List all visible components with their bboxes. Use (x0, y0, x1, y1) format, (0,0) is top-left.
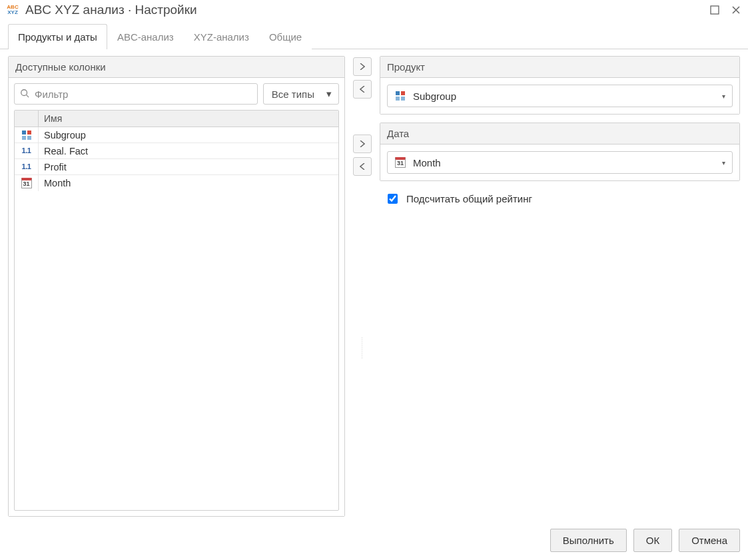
product-value: Subgroup (413, 91, 715, 102)
transfer-buttons (350, 56, 374, 517)
move-left-date-button[interactable] (353, 157, 372, 176)
column-name: Month (39, 178, 338, 188)
column-name: Subgroup (39, 130, 338, 140)
product-select[interactable]: Subgroup ▾ (387, 85, 733, 107)
date-value: Month (413, 157, 715, 168)
close-button[interactable] (731, 5, 741, 15)
type-select[interactable]: Все типы ▾ (263, 83, 339, 105)
tab-abc-analysis[interactable]: ABC-анализ (107, 24, 184, 49)
column-name: Profit (39, 162, 338, 172)
product-panel-header: Продукт (380, 57, 739, 78)
window-title: ABC XYZ анализ · Настройки (25, 3, 709, 17)
table-row[interactable]: 1.1 Real. Fact (15, 143, 338, 159)
table-row[interactable]: 1.1 Profit (15, 159, 338, 175)
right-column: Продукт Subgroup ▾ Дата 31 Month ▾ (380, 56, 740, 517)
filter-input-wrap[interactable] (14, 83, 258, 105)
left-column: Доступные колонки Все типы ▾ (8, 56, 345, 517)
content-area: Доступные колонки Все типы ▾ (0, 49, 748, 523)
move-right-product-button[interactable] (353, 57, 372, 76)
settings-window: ABCXYZ ABC XYZ анализ · Настройки Продук… (0, 0, 748, 560)
table-row[interactable]: Subgroup (15, 127, 338, 143)
tab-bar: Продукты и даты ABC-анализ XYZ-анализ Об… (0, 23, 748, 49)
calendar-icon: 31 (15, 175, 39, 191)
dialog-footer: Выполнить ОК Отмена (0, 523, 748, 560)
svg-line-2 (27, 95, 29, 97)
category-icon (15, 127, 39, 142)
tab-products-dates[interactable]: Продукты и даты (8, 24, 107, 49)
columns-table-name-header: Имя (39, 111, 338, 127)
overall-rating-label: Подсчитать общий рейтинг (406, 193, 532, 204)
filter-row: Все типы ▾ (9, 78, 344, 110)
ok-button[interactable]: ОК (633, 529, 672, 552)
window-controls (709, 5, 741, 15)
calendar-icon: 31 (394, 156, 406, 168)
caret-down-icon: ▾ (722, 93, 725, 100)
available-columns-header: Доступные колонки (9, 57, 344, 78)
overall-rating-checkbox[interactable] (388, 194, 398, 204)
date-panel: Дата 31 Month ▾ (380, 123, 740, 181)
run-button[interactable]: Выполнить (550, 529, 627, 552)
table-row[interactable]: 31 Month (15, 175, 338, 191)
tab-xyz-analysis[interactable]: XYZ-анализ (184, 24, 259, 49)
titlebar: ABCXYZ ABC XYZ анализ · Настройки (0, 0, 748, 24)
caret-down-icon: ▾ (722, 159, 725, 166)
column-name: Real. Fact (39, 146, 338, 156)
type-select-label: Все типы (272, 89, 314, 100)
search-icon (20, 89, 29, 100)
cancel-button[interactable]: Отмена (679, 529, 740, 552)
columns-table-head: Имя (15, 111, 338, 127)
available-columns-panel: Доступные колонки Все типы ▾ (8, 56, 345, 517)
columns-table-icon-header (15, 111, 39, 127)
numeric-icon: 1.1 (15, 143, 39, 158)
date-panel-header: Дата (380, 123, 739, 144)
svg-rect-0 (711, 6, 719, 14)
overall-rating-checkbox-row[interactable]: Подсчитать общий рейтинг (380, 189, 740, 208)
numeric-icon: 1.1 (15, 159, 39, 174)
app-icon: ABCXYZ (5, 3, 20, 17)
splitter-grip-icon[interactable] (361, 337, 364, 360)
caret-down-icon: ▾ (326, 88, 332, 100)
tab-general[interactable]: Общие (259, 24, 312, 49)
svg-point-1 (21, 89, 27, 95)
date-select[interactable]: 31 Month ▾ (387, 151, 733, 174)
move-left-product-button[interactable] (353, 80, 372, 99)
columns-table: Имя Subgroup 1.1 Real. Fact 1.1 Profi (14, 110, 339, 511)
product-panel: Продукт Subgroup ▾ (380, 56, 740, 115)
maximize-button[interactable] (709, 5, 720, 15)
filter-input[interactable] (33, 88, 252, 101)
move-right-date-button[interactable] (353, 135, 372, 153)
category-icon (394, 90, 406, 102)
